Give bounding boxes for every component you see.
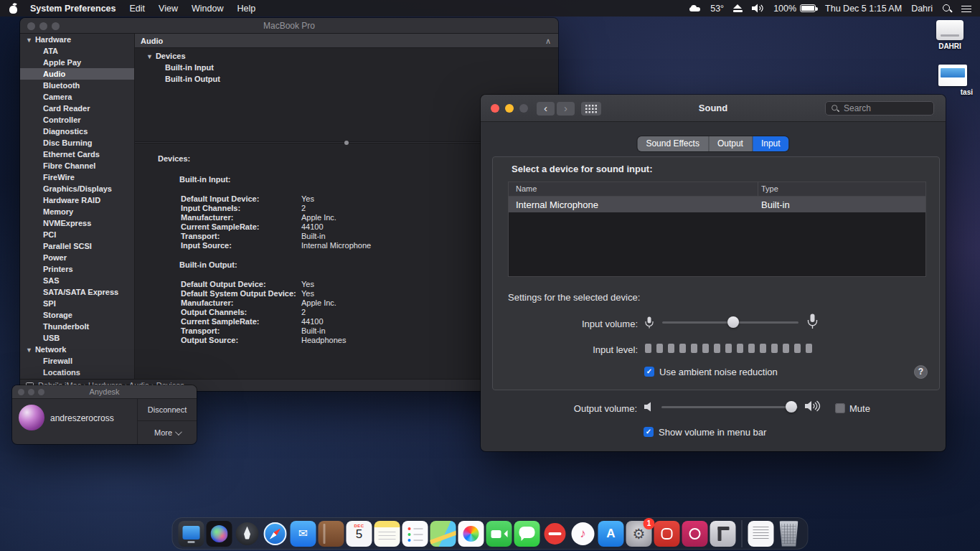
tab-sound-effects[interactable]: Sound Effects	[637, 136, 709, 151]
maps-icon[interactable]	[430, 521, 456, 547]
slider-thumb[interactable]	[786, 401, 797, 413]
sysinfo-titlebar[interactable]: MacBook Pro	[20, 18, 558, 34]
disclosure-triangle-icon[interactable]: ▼	[26, 347, 32, 354]
desktop-icon-dahri[interactable]: DAHRI	[930, 20, 970, 50]
search-input[interactable]	[844, 103, 923, 113]
battery-status[interactable]: 100%	[773, 4, 816, 14]
contacts-icon[interactable]	[319, 521, 344, 547]
menu-item-help[interactable]: Help	[237, 4, 255, 14]
launchpad-icon[interactable]	[235, 521, 260, 547]
app-store-icon[interactable]: A	[598, 521, 624, 547]
red-app-icon[interactable]	[654, 521, 680, 547]
tab-output[interactable]: Output	[709, 136, 753, 151]
finder-icon[interactable]	[179, 521, 204, 547]
sidebar-item-nvmexpress[interactable]: NVMExpress	[20, 217, 134, 229]
sidebar-item-memory[interactable]: Memory	[20, 206, 134, 217]
slider-thumb[interactable]	[727, 316, 739, 328]
sidebar-item-pci[interactable]: PCI	[20, 229, 134, 240]
notification-center-icon[interactable]	[961, 5, 971, 12]
itunes-icon[interactable]: ♪	[570, 521, 596, 547]
sidebar-item-apple-pay[interactable]: Apple Pay	[20, 57, 134, 68]
tab-input[interactable]: Input	[753, 136, 789, 151]
desktop-icon-presentation[interactable]: tasi	[933, 65, 973, 96]
tree-row-builtin-input[interactable]: Built-in Input	[135, 62, 558, 73]
calendar-icon[interactable]: DEC 5	[347, 521, 372, 547]
no-entry-icon[interactable]	[542, 521, 568, 547]
clock[interactable]: Thu Dec 5 1:15 AM	[825, 4, 902, 14]
sidebar-item-camera[interactable]: Camera	[20, 91, 134, 103]
sidebar-item-storage[interactable]: Storage	[20, 309, 134, 321]
column-header-name[interactable]: Name	[516, 184, 537, 193]
spotlight-search-icon[interactable]	[942, 4, 952, 14]
messages-icon[interactable]	[514, 521, 540, 547]
ambient-noise-checkbox[interactable]: ✓	[644, 367, 654, 377]
anydesk-titlebar[interactable]: Anydesk	[12, 385, 197, 399]
menu-item-window[interactable]: Window	[192, 4, 223, 14]
magenta-app-icon[interactable]	[682, 521, 708, 547]
sidebar-item-disc-burning[interactable]: Disc Burning	[20, 137, 134, 149]
sidebar-item-controller[interactable]: Controller	[20, 114, 134, 126]
sidebar-item-graphics-displays[interactable]: Graphics/Displays	[20, 183, 134, 194]
apple-menu-icon[interactable]	[9, 3, 18, 14]
sidebar-item-spi[interactable]: SPI	[20, 298, 134, 309]
sidebar-item-usb[interactable]: USB	[20, 332, 134, 344]
sidebar-item-power[interactable]: Power	[20, 252, 134, 263]
input-volume-slider[interactable]	[662, 316, 798, 328]
user-menu[interactable]: Dahri	[911, 4, 933, 14]
sidebar-item-ethernet-cards[interactable]: Ethernet Cards	[20, 149, 134, 160]
mail-icon[interactable]: ✉	[291, 521, 316, 547]
photos-icon[interactable]	[458, 521, 484, 547]
sidebar-group-network[interactable]: ▼Network	[20, 344, 134, 355]
system-preferences-icon[interactable]: ⚙ 1	[626, 521, 652, 547]
sidebar-item-parallel-scsi[interactable]: Parallel SCSI	[20, 240, 134, 252]
tree-row-builtin-output[interactable]: Built-in Output	[135, 73, 558, 85]
audio-section-header[interactable]: Audio ∧	[135, 34, 558, 48]
column-divider[interactable]	[758, 182, 758, 196]
sidebar-group-hardware[interactable]: ▼Hardware	[20, 34, 134, 45]
search-field[interactable]	[825, 101, 934, 116]
disconnect-button[interactable]: Disconnect	[138, 399, 197, 421]
facetime-icon[interactable]	[486, 521, 512, 547]
eject-icon[interactable]	[733, 4, 743, 12]
siri-icon[interactable]	[207, 521, 232, 547]
sidebar-item-firewire[interactable]: FireWire	[20, 171, 134, 183]
reminders-icon[interactable]	[402, 521, 428, 547]
mute-checkbox[interactable]	[835, 403, 845, 413]
menu-item-edit[interactable]: Edit	[130, 4, 146, 14]
output-volume-slider[interactable]	[661, 401, 798, 413]
temperature-status[interactable]: 53°	[710, 4, 724, 14]
volume-icon[interactable]	[752, 4, 764, 13]
sidebar-item-audio[interactable]: Audio	[20, 68, 134, 80]
sidebar-item-sata[interactable]: SATA/SATA Express	[20, 286, 134, 298]
sidebar-item-hardware-raid[interactable]: Hardware RAID	[20, 194, 134, 206]
disclosure-triangle-icon[interactable]: ▼	[146, 53, 153, 60]
collapse-chevron-icon[interactable]: ∧	[545, 34, 551, 48]
utility-app-icon[interactable]	[710, 521, 736, 547]
slider-track[interactable]	[661, 406, 798, 408]
textedit-icon[interactable]	[748, 521, 774, 547]
more-button[interactable]: More	[138, 422, 197, 443]
trash-icon[interactable]	[776, 521, 802, 547]
sidebar-item-card-reader[interactable]: Card Reader	[20, 103, 134, 114]
notes-icon[interactable]	[374, 521, 400, 547]
menu-item-view[interactable]: View	[159, 4, 178, 14]
safari-icon[interactable]	[263, 521, 288, 547]
sound-titlebar[interactable]: ‹ › Sound	[481, 95, 946, 122]
disclosure-triangle-icon[interactable]: ▼	[26, 37, 32, 44]
sidebar-item-locations[interactable]: Locations	[20, 367, 134, 378]
sidebar-item-sas[interactable]: SAS	[20, 275, 134, 286]
sidebar-item-printers[interactable]: Printers	[20, 263, 134, 275]
column-header-type[interactable]: Type	[761, 184, 778, 193]
sidebar-item-fibre-channel[interactable]: Fibre Channel	[20, 160, 134, 171]
sidebar-item-firewall[interactable]: Firewall	[20, 355, 134, 367]
menu-item-app[interactable]: System Preferences	[30, 4, 116, 14]
weather-icon[interactable]	[689, 5, 701, 11]
sidebar-item-thunderbolt[interactable]: Thunderbolt	[20, 321, 134, 332]
tree-row-devices[interactable]: ▼Devices	[135, 50, 558, 62]
table-row-internal-microphone[interactable]: Internal Microphone Built-in	[509, 197, 925, 212]
sidebar-item-bluetooth[interactable]: Bluetooth	[20, 80, 134, 91]
show-volume-checkbox[interactable]: ✓	[644, 427, 654, 437]
sidebar-item-diagnostics[interactable]: Diagnostics	[20, 126, 134, 137]
help-button[interactable]: ?	[914, 365, 928, 379]
sidebar-item-ata[interactable]: ATA	[20, 45, 134, 57]
